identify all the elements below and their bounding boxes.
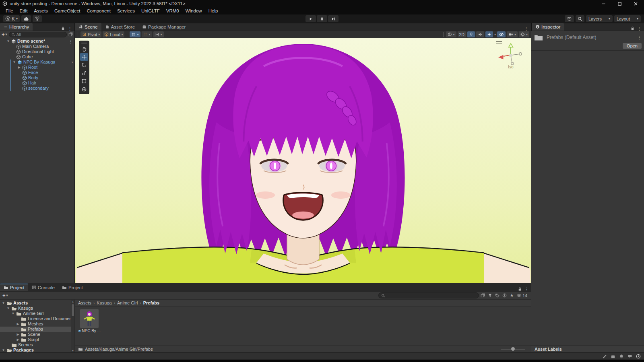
camera-settings-dropdown[interactable]: ▾ <box>507 31 518 37</box>
tree-item-meshes[interactable]: ▶ Meshes <box>0 321 74 327</box>
expander-icon[interactable]: ▼ <box>6 39 10 44</box>
gizmo-projection-label[interactable]: Iso <box>496 65 525 69</box>
paint-icon[interactable] <box>602 354 607 359</box>
hierarchy-item-main-camera[interactable]: Main Camera <box>0 44 74 49</box>
panel-menu-icon[interactable]: ⋮ <box>524 27 528 31</box>
menu-file[interactable]: File <box>2 7 17 14</box>
scene-menu-icon[interactable]: ⋮ <box>68 39 74 43</box>
panel-menu-icon[interactable]: ⋮ <box>637 27 642 31</box>
tree-item-script[interactable]: ▶ Script <box>0 337 74 342</box>
asset-npc-prefab[interactable]: NPC By ... <box>79 309 100 333</box>
grid-visibility-button[interactable]: ▾ <box>142 31 152 37</box>
scene-viewport[interactable]: Iso <box>75 38 531 283</box>
transform-tool-button[interactable] <box>80 85 88 93</box>
rect-tool-button[interactable] <box>80 77 88 85</box>
hierarchy-item-directional-light[interactable]: Directional Light <box>0 49 74 54</box>
pause-button[interactable] <box>317 15 327 22</box>
menu-window[interactable]: Window <box>182 7 205 14</box>
tab-console[interactable]: Console <box>28 284 58 291</box>
menu-vrm0[interactable]: VRM0 <box>163 7 182 14</box>
tree-scrollbar[interactable]: ▲ ▼ <box>71 300 74 352</box>
tree-item-scene[interactable]: ▶ Scene <box>0 332 74 337</box>
expander-icon[interactable]: ▼ <box>12 60 16 65</box>
expander-icon[interactable]: ▼ <box>2 348 5 352</box>
crumb-assets[interactable]: Assets <box>78 300 91 305</box>
tab-package-manager[interactable]: Package Manager <box>138 23 189 31</box>
pivot-mode-button[interactable]: Pivot ▾ <box>80 31 101 37</box>
minimize-button[interactable] <box>601 1 606 6</box>
move-tool-button[interactable] <box>80 53 88 61</box>
bell-icon[interactable] <box>619 354 624 359</box>
asset-menu-icon[interactable]: ⋮ <box>637 35 642 39</box>
menu-services[interactable]: Services <box>114 7 138 14</box>
tab-project-2[interactable]: Project <box>58 284 87 291</box>
info-icon[interactable] <box>502 293 507 298</box>
save-search-star-icon[interactable]: ★ <box>510 293 514 298</box>
crumb-kasuga[interactable]: Kasuga <box>97 300 111 305</box>
scroll-down-icon[interactable]: ▼ <box>71 349 74 352</box>
lock-icon[interactable] <box>61 26 65 31</box>
play-button[interactable] <box>305 15 316 22</box>
lighting-toggle[interactable] <box>467 31 475 37</box>
2d-toggle[interactable]: 2D <box>458 31 466 37</box>
scene-tools-overlay[interactable] <box>79 41 89 94</box>
expander-icon[interactable]: ▼ <box>11 311 15 316</box>
label-filter-icon[interactable] <box>495 293 500 298</box>
overlay-drag-handle[interactable] <box>81 43 87 43</box>
tree-item-kasuga[interactable]: ▼ Kasuga <box>0 306 74 311</box>
rotate-tool-button[interactable] <box>80 61 88 69</box>
hidden-packages-counter[interactable]: 14 <box>516 293 527 298</box>
tree-item-scenes[interactable]: Scenes <box>0 342 74 348</box>
add-gameobject-button[interactable]: +▾ <box>2 31 7 37</box>
lock-icon[interactable] <box>630 26 635 31</box>
thumbnail-zoom-slider[interactable] <box>501 346 525 352</box>
expander-icon[interactable]: ▼ <box>6 306 10 311</box>
gizmos-dropdown[interactable]: ▾ <box>519 31 529 37</box>
menu-assets[interactable]: Assets <box>31 7 51 14</box>
expander-icon[interactable]: ▶ <box>17 65 21 70</box>
prefab-open-arrow-icon[interactable]: › <box>72 60 74 65</box>
tab-project[interactable]: Project <box>0 284 28 291</box>
activity-icon[interactable] <box>636 354 641 359</box>
menu-help[interactable]: Help <box>205 7 221 14</box>
hierarchy-search-input[interactable]: All <box>9 32 67 37</box>
tab-scene[interactable]: Scene <box>75 23 101 31</box>
package-status-icon[interactable] <box>611 354 615 359</box>
draw-mode-dropdown[interactable]: ▾ <box>446 31 456 37</box>
expander-icon[interactable]: ▶ <box>16 337 20 342</box>
menu-edit[interactable]: Edit <box>17 7 31 14</box>
maximize-button[interactable] <box>617 1 622 6</box>
create-asset-button[interactable]: +▾ <box>2 292 8 298</box>
type-filter-icon[interactable] <box>488 293 492 298</box>
tree-item-assets[interactable]: ▼ Assets <box>0 300 74 306</box>
scale-tool-button[interactable] <box>80 69 88 77</box>
scrollbar-thumb[interactable] <box>72 304 74 316</box>
tree-item-license[interactable]: License and Documenta <box>0 316 74 321</box>
hierarchy-item-demo-scene[interactable]: ▼ Demo scene* ⋮ <box>0 39 74 44</box>
crumb-anime-girl[interactable]: Anime Girl <box>117 300 138 305</box>
effects-dropdown-icon[interactable]: ▾ <box>494 33 496 36</box>
asset-labels-bar[interactable]: Asset Labels <box>531 345 644 352</box>
panel-menu-icon[interactable]: ⋮ <box>524 287 529 291</box>
asset-grid[interactable]: NPC By ... <box>75 306 531 345</box>
menu-gameobject[interactable]: GameObject <box>51 7 84 14</box>
menu-component[interactable]: Component <box>83 7 114 14</box>
tab-hierarchy[interactable]: Hierarchy <box>0 23 33 31</box>
effects-toggle[interactable] <box>485 31 493 37</box>
step-button[interactable] <box>328 15 339 22</box>
hierarchy-item-cube[interactable]: Cube <box>0 54 74 60</box>
tree-item-packages[interactable]: ▼ Packages <box>0 348 74 352</box>
open-in-search-icon[interactable] <box>481 293 485 298</box>
tab-inspector[interactable]: Inspector <box>532 23 564 31</box>
slider-knob[interactable] <box>511 347 515 351</box>
close-button[interactable] <box>633 1 638 6</box>
project-search-input[interactable] <box>387 293 476 298</box>
tree-item-prefabs[interactable]: Prefabs <box>0 327 74 332</box>
lock-icon[interactable] <box>518 287 522 291</box>
menu-unigltf[interactable]: UniGLTF <box>138 7 163 14</box>
expander-icon[interactable]: ▶ <box>16 321 20 327</box>
project-search-field[interactable] <box>378 292 479 298</box>
open-search-window-icon[interactable] <box>68 32 73 37</box>
handle-rotation-button[interactable]: Local ▾ <box>103 31 124 37</box>
hand-tool-button[interactable] <box>80 45 88 53</box>
